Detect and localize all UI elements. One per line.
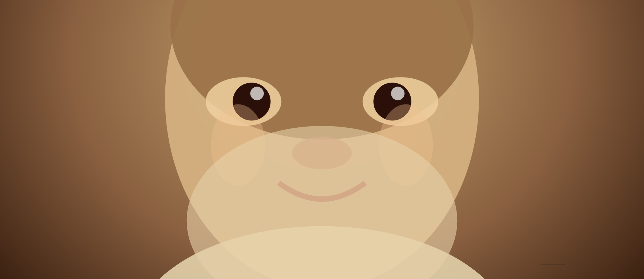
library-detail-panel: 1:39 ▲ ▊ ❮ Library Teal Sheep (504, 12, 602, 267)
rp-portrait (510, 34, 596, 107)
svg-rect-80 (510, 34, 596, 107)
rp-body: 🗑️ Delete 👍 Like 👎 Dislike ⬆️ Share ⬇️ (504, 34, 602, 248)
